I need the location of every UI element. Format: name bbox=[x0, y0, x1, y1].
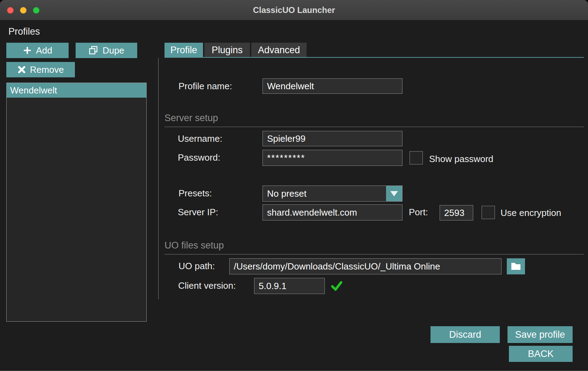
server-setup-divider bbox=[164, 127, 584, 127]
window-title: ClassicUO Launcher bbox=[253, 5, 335, 15]
add-profile-button[interactable]: Add bbox=[6, 43, 69, 58]
password-input[interactable] bbox=[262, 150, 402, 166]
username-label: Username: bbox=[178, 131, 222, 146]
title-bar: ClassicUO Launcher bbox=[0, 0, 588, 20]
server-ip-input[interactable] bbox=[262, 204, 402, 220]
client-version-label: Client version: bbox=[178, 278, 236, 293]
presets-dropdown-button[interactable] bbox=[386, 186, 402, 201]
tab-underline bbox=[164, 57, 584, 58]
save-profile-button[interactable]: Save profile bbox=[507, 326, 573, 343]
profile-list-item[interactable]: Wendelwelt bbox=[7, 83, 146, 98]
show-password-checkbox[interactable] bbox=[410, 151, 423, 164]
plus-icon bbox=[23, 46, 32, 55]
chevron-down-icon bbox=[390, 191, 398, 196]
presets-dropdown[interactable]: No preset bbox=[262, 186, 402, 202]
tab-plugins[interactable]: Plugins bbox=[204, 43, 250, 58]
use-encryption-checkbox[interactable] bbox=[482, 206, 495, 219]
duplicate-icon bbox=[89, 46, 98, 55]
server-ip-label: Server IP: bbox=[178, 204, 218, 220]
remove-profile-label: Remove bbox=[30, 64, 64, 75]
close-window-button[interactable] bbox=[7, 7, 14, 14]
profiles-heading: Profiles bbox=[8, 24, 40, 39]
add-profile-label: Add bbox=[36, 45, 52, 56]
uo-path-label: UO path: bbox=[178, 258, 215, 274]
presets-label: Presets: bbox=[178, 186, 212, 201]
launcher-window: ClassicUO Launcher Profiles Add Dupe Rem… bbox=[0, 0, 588, 371]
presets-selected-value: No preset bbox=[263, 188, 386, 199]
profile-name-label: Profile name: bbox=[178, 78, 232, 94]
zoom-window-button[interactable] bbox=[33, 7, 40, 14]
minimize-window-button[interactable] bbox=[20, 7, 27, 14]
profile-name-input[interactable] bbox=[262, 78, 402, 94]
remove-profile-button[interactable]: Remove bbox=[6, 62, 75, 77]
version-valid-check-icon bbox=[331, 281, 342, 293]
dupe-profile-label: Dupe bbox=[103, 45, 124, 56]
traffic-lights bbox=[7, 0, 40, 20]
tab-advanced[interactable]: Advanced bbox=[251, 43, 307, 58]
panel-divider bbox=[158, 58, 159, 299]
browse-folder-button[interactable] bbox=[507, 258, 525, 274]
password-label: Password: bbox=[178, 150, 220, 165]
tab-profile[interactable]: Profile bbox=[164, 43, 203, 58]
server-setup-heading: Server setup bbox=[164, 113, 218, 124]
show-password-label: Show password bbox=[429, 151, 493, 167]
port-input[interactable] bbox=[440, 205, 473, 220]
client-version-input[interactable] bbox=[254, 278, 325, 294]
uo-files-divider bbox=[164, 254, 584, 254]
folder-icon bbox=[511, 262, 521, 271]
x-icon bbox=[18, 65, 26, 74]
use-encryption-label: Use encryption bbox=[500, 205, 561, 220]
back-button[interactable]: BACK bbox=[509, 346, 573, 362]
port-label: Port: bbox=[409, 204, 428, 220]
dupe-profile-button[interactable]: Dupe bbox=[76, 43, 137, 58]
profile-list: Wendelwelt bbox=[6, 83, 147, 322]
username-input[interactable] bbox=[262, 131, 402, 146]
discard-button[interactable]: Discard bbox=[430, 326, 500, 343]
uo-path-input[interactable] bbox=[229, 258, 502, 274]
uo-files-heading: UO files setup bbox=[164, 240, 224, 251]
